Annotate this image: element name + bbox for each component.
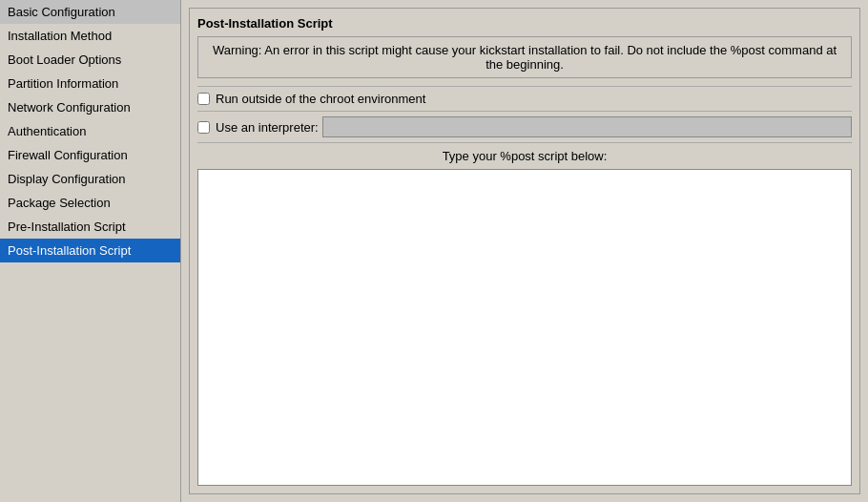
use-interpreter-row: Use an interpreter: (197, 112, 852, 143)
sidebar-item-label: Firewall Configuration (8, 148, 128, 162)
sidebar-item-label: Package Selection (8, 196, 111, 210)
fieldset-legend: Post-Installation Script (197, 16, 852, 31)
post-install-fieldset: Post-Installation Script Warning: An err… (189, 8, 860, 494)
sidebar-item-package-selection[interactable]: Package Selection (0, 191, 180, 215)
sidebar-item-network-configuration[interactable]: Network Configuration (0, 95, 180, 119)
sidebar-item-boot-loader-options[interactable]: Boot Loader Options (0, 48, 180, 72)
script-prompt-label: Type your %post script below: (197, 143, 852, 169)
sidebar-item-installation-method[interactable]: Installation Method (0, 24, 180, 48)
sidebar-item-label: Display Configuration (8, 172, 126, 186)
sidebar-item-firewall-configuration[interactable]: Firewall Configuration (0, 143, 180, 167)
run-outside-chroot-checkbox[interactable] (197, 93, 210, 105)
script-textarea[interactable] (197, 169, 852, 486)
sidebar-item-label: Post-Installation Script (8, 243, 131, 258)
sidebar-item-label: Network Configuration (8, 100, 131, 115)
sidebar-item-post-installation-script[interactable]: Post-Installation Script (0, 239, 180, 262)
sidebar-item-label: Boot Loader Options (8, 52, 121, 67)
run-outside-chroot-label: Run outside of the chroot environment (216, 92, 425, 106)
use-interpreter-label: Use an interpreter: (216, 120, 319, 135)
sidebar-item-basic-configuration[interactable]: Basic Configuration (0, 0, 180, 24)
sidebar-item-label: Installation Method (8, 29, 112, 43)
sidebar-item-pre-installation-script[interactable]: Pre-Installation Script (0, 215, 180, 239)
sidebar-item-display-configuration[interactable]: Display Configuration (0, 167, 180, 191)
sidebar-item-partition-information[interactable]: Partition Information (0, 72, 180, 95)
sidebar-item-label: Partition Information (8, 76, 118, 91)
sidebar-item-label: Basic Configuration (8, 5, 115, 19)
sidebar-item-authentication[interactable]: Authentication (0, 119, 180, 143)
sidebar: Basic Configuration Installation Method … (0, 0, 181, 502)
interpreter-input[interactable] (322, 116, 852, 137)
run-outside-chroot-row: Run outside of the chroot environment (197, 86, 852, 112)
main-content: Post-Installation Script Warning: An err… (181, 0, 868, 502)
use-interpreter-checkbox[interactable] (197, 121, 210, 134)
warning-text: Warning: An error in this script might c… (213, 43, 837, 72)
warning-box: Warning: An error in this script might c… (197, 36, 852, 78)
sidebar-item-label: Authentication (8, 124, 86, 138)
sidebar-item-label: Pre-Installation Script (8, 220, 126, 234)
